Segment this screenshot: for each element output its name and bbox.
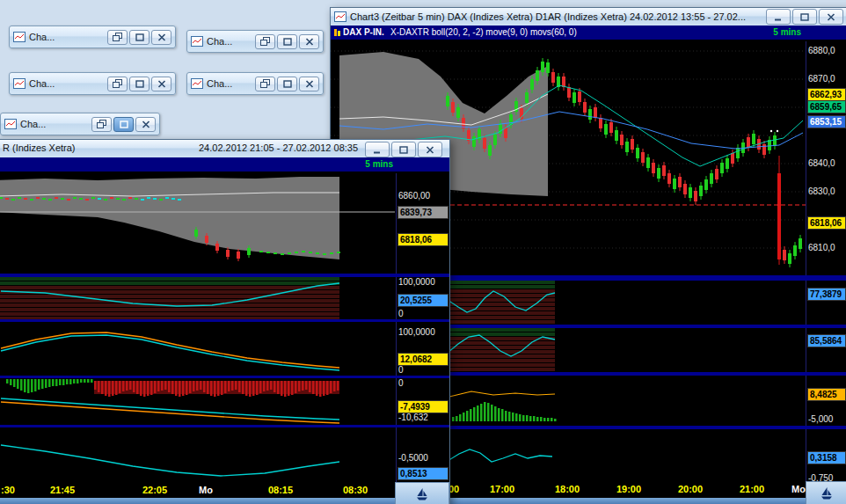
maximize-icon (283, 80, 292, 88)
front-toolbar: 5 mins (0, 157, 449, 172)
restore-icon (113, 33, 122, 41)
restore-button[interactable] (91, 117, 112, 132)
indicator-tick: -5,000 (808, 414, 833, 425)
time-tick: 08:15 (268, 485, 293, 495)
close-button[interactable] (151, 30, 171, 45)
last-price-box: 6818,06 (397, 233, 449, 246)
indicator-axis: 100,0000 12,0682 0 (396, 322, 449, 376)
price-value-box: 6839,73 (397, 206, 449, 219)
close-button[interactable] (418, 142, 442, 157)
indicator-tick: -0,5000 (398, 453, 428, 464)
maximize-icon (399, 146, 408, 154)
restore-button[interactable] (255, 77, 275, 91)
indicator-panel-3: 0 -7,4939 -10,632 (0, 378, 449, 425)
indicator-canvas[interactable] (0, 322, 395, 376)
indicator-axis: 85,5864 (806, 328, 846, 372)
front-chart-window: R (Indizes Xetra) 24.02.2012 21:05 - 27.… (0, 139, 450, 504)
indicator-panel-4: -0,5000 0,8513 (0, 427, 449, 482)
series-color-icon (334, 28, 340, 37)
close-icon (426, 146, 434, 154)
time-tick-monday: Mo (199, 485, 213, 495)
restore-button[interactable] (255, 34, 275, 49)
indicator-tick: 100,0000 (398, 277, 435, 288)
maximize-button[interactable] (113, 117, 134, 132)
indicator-canvas[interactable] (0, 378, 395, 425)
close-button[interactable] (299, 34, 319, 49)
candlestick-chart (0, 173, 395, 274)
chart-window-icon (191, 36, 203, 47)
close-button[interactable] (819, 9, 843, 25)
status-bar (0, 498, 449, 504)
indicator-histogram (0, 378, 395, 425)
indicator-panel-2: 100,0000 12,0682 0 (0, 322, 449, 376)
maximize-button[interactable] (277, 77, 297, 91)
close-icon (157, 80, 166, 88)
indicator-axis: -0,5000 0,8513 (396, 427, 449, 482)
price-tick: 6870,0 (808, 74, 835, 84)
window-title-range: 24.02.2012 21:05 - 27.02.2012 08:35 (199, 142, 358, 153)
time-tick: :30 (1, 485, 15, 495)
minimized-window-5[interactable]: Cha... (0, 113, 160, 135)
minimized-window-3[interactable]: Cha... (9, 72, 176, 95)
maximize-icon (283, 38, 292, 46)
price-panel: 6860,00 6839,73 6818,06 (0, 173, 449, 274)
time-tick: 21:45 (50, 485, 75, 495)
studies-label: X-DAXTR boll(20, 2, -2) move(9, 0) movs(… (390, 26, 577, 40)
time-tick: 08:30 (343, 485, 368, 495)
close-button[interactable] (135, 117, 156, 132)
minimized-window-1[interactable]: Cha... (9, 26, 176, 48)
interval-label: 5 mins (773, 26, 801, 40)
price-axis: 6860,00 6839,73 6818,06 (396, 173, 449, 274)
maximize-button[interactable] (129, 30, 150, 45)
indicator-tick: 100,0000 (398, 327, 435, 338)
maximize-button[interactable] (129, 77, 150, 91)
restore-button[interactable] (107, 30, 128, 45)
close-icon (142, 121, 150, 128)
price-tick: 6810,0 (808, 243, 835, 253)
indicator-value-box: 12,0682 (397, 353, 449, 366)
indicator-axis: 8,4825 -5,000 (806, 376, 846, 426)
minimize-button[interactable] (766, 9, 791, 25)
indicator-canvas[interactable] (0, 427, 395, 482)
close-icon (305, 38, 314, 46)
close-icon (827, 13, 835, 21)
maximize-icon (800, 13, 809, 21)
indicator-axis: 0,3158 -0,750 (806, 429, 846, 481)
close-icon (157, 33, 166, 41)
restore-icon (97, 120, 106, 128)
minimize-button[interactable] (365, 142, 390, 157)
price-tick: 6860,00 (398, 191, 430, 201)
minimized-window-title: Cha... (29, 32, 106, 42)
window-title: R (Indizes Xetra) (3, 142, 76, 153)
maximize-button[interactable] (391, 142, 416, 157)
time-axis: :30 21:45 22:05 Mo 08:15 08:30 (0, 482, 449, 498)
indicator-value-box: -7,4939 (397, 400, 449, 413)
restore-button[interactable] (107, 77, 128, 91)
minimized-window-4[interactable]: Cha... (186, 72, 324, 95)
indicator-line-chart (0, 322, 395, 376)
time-tick: 21:00 (740, 484, 764, 494)
chart-window-icon (13, 32, 26, 42)
close-icon (305, 80, 314, 88)
close-button[interactable] (299, 77, 319, 91)
minimized-window-2[interactable]: Cha... (186, 30, 324, 53)
indicator-line-chart (0, 427, 395, 482)
maximize-button[interactable] (277, 34, 297, 49)
time-tick: 22:05 (142, 485, 167, 495)
price-value-box: 6859,65 (807, 100, 846, 113)
price-tick: 6830,0 (808, 186, 835, 197)
chart3-titlebar[interactable]: Chart3 (Zeitbar 5 min) DAX (Indizes Xetr… (331, 8, 846, 26)
indicator-tick: 0 (398, 378, 404, 389)
maximize-button[interactable] (792, 9, 817, 25)
close-button[interactable] (151, 77, 171, 91)
indicator-canvas[interactable] (0, 277, 395, 319)
front-titlebar[interactable]: R (Indizes Xetra) 24.02.2012 21:05 - 27.… (0, 140, 449, 158)
minimize-icon (373, 146, 382, 154)
restore-icon (260, 79, 270, 88)
indicator-axis: 0 -7,4939 -10,632 (396, 378, 449, 425)
indicator-tick: -10,632 (398, 413, 428, 423)
price-chart-canvas[interactable] (0, 173, 395, 274)
price-value-box: 6853,15 (807, 115, 846, 128)
chart-window-icon (191, 78, 203, 89)
mdi-workspace: Cha... Cha... Cha... Cha... Cha... (0, 0, 846, 504)
